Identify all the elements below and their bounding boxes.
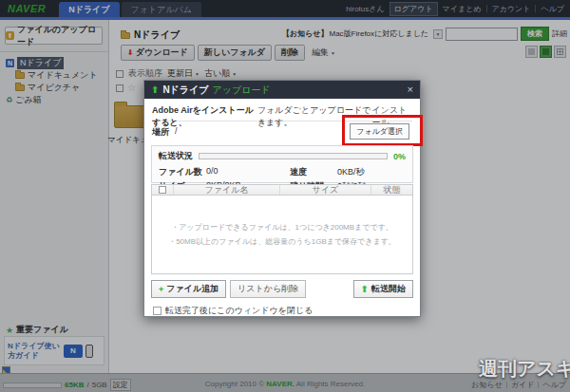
- start-transfer-button[interactable]: ⬆ 転送開始: [353, 280, 413, 298]
- ndrive-page: NAVER Nドライブ フォトアルバム hirotusさん ログアウト マイまと…: [0, 0, 570, 392]
- add-files-button[interactable]: + ファイル追加: [151, 280, 226, 298]
- transfer-status-label: 転送状況: [159, 150, 193, 162]
- progress-percent: 0%: [393, 152, 406, 161]
- upload-note-1: ・アップロードできるファイルは、1つにつき200MBまでです。: [171, 222, 393, 233]
- location-row: 場所 /: [152, 126, 178, 139]
- location-path: /: [175, 126, 178, 139]
- close-icon[interactable]: ×: [408, 84, 413, 95]
- speed-label: 速度: [290, 166, 337, 178]
- adobe-notice-bold: Adobe Airをインストールすると、: [152, 104, 257, 121]
- plus-icon: +: [159, 285, 163, 294]
- upload-table-body: ・アップロードできるファイルは、1つにつき200MBまでです。 ・50MB以上の…: [151, 196, 413, 274]
- files-value: 0/0: [206, 166, 290, 178]
- header-checkbox-cell: [152, 186, 173, 194]
- dialog-title: Nドライブ: [162, 84, 208, 97]
- folder-select-wrap: フォルダ選択: [350, 121, 409, 140]
- column-size: サイズ: [279, 185, 370, 195]
- progress-row: 転送状況 0%: [159, 150, 406, 162]
- upload-table-header: ファイル名 サイズ 状態: [151, 184, 413, 196]
- remove-from-list-button[interactable]: リストから削除: [230, 280, 306, 298]
- dialog-subtitle: アップロード: [213, 84, 271, 97]
- progress-bar: [199, 153, 388, 159]
- speed-value: 0KB/秒: [337, 166, 406, 178]
- column-status: 状態: [370, 185, 412, 195]
- weekly-ascii-watermark: 週刊アスキー: [479, 356, 570, 382]
- remove-label: リストから削除: [238, 283, 298, 295]
- upload-note-2: ・50MB以上のファイルは、総容量のうち1GBまで保存できます。: [168, 236, 396, 247]
- close-after-transfer-checkbox[interactable]: [153, 307, 162, 315]
- add-files-label: ファイル追加: [166, 283, 218, 295]
- upload-icon: ⬆: [361, 285, 369, 294]
- upload-icon: ⬆: [151, 85, 159, 95]
- location-label: 場所: [152, 126, 169, 139]
- files-label: ファイル数: [159, 166, 206, 178]
- transfer-status-panel: 転送状況 0% ファイル数 0/0 速度 0KB/秒 サイズ 0KB/0KB 残…: [151, 145, 413, 183]
- column-filename: ファイル名: [173, 185, 279, 195]
- dialog-header: ⬆ Nドライブ アップロード ×: [144, 81, 420, 99]
- dialog-buttons: + ファイル追加 リストから削除 ⬆ 転送開始: [151, 280, 413, 298]
- upload-dialog: ⬆ Nドライブ アップロード × Adobe Airをインストールすると、 フォ…: [143, 80, 421, 317]
- red-highlight-annotation: [342, 115, 423, 146]
- close-after-transfer-label: 転送完了後にこのウィンドウを閉じる: [165, 305, 313, 317]
- start-transfer-label: 転送開始: [371, 283, 406, 295]
- select-all-checkbox[interactable]: [159, 186, 166, 194]
- close-after-transfer-row: 転送完了後にこのウィンドウを閉じる: [153, 305, 313, 317]
